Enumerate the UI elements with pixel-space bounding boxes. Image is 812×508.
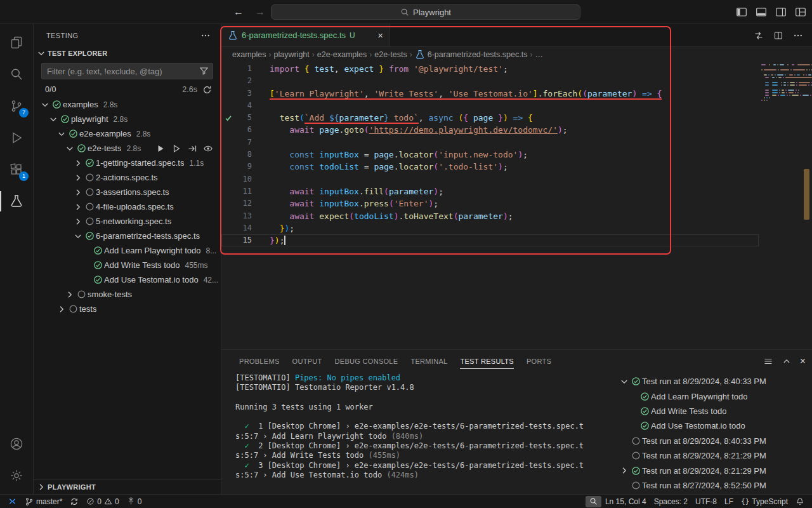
activity-item-explorer[interactable]	[0, 27, 33, 58]
test-explorer-section[interactable]: TEST EXPLORER	[34, 46, 221, 60]
remote-indicator[interactable]	[4, 495, 21, 508]
code-line-6[interactable]: 6 await page.goto('https://demo.playwrig…	[221, 124, 759, 136]
encoding-status[interactable]: UTF-8	[691, 495, 721, 508]
chevron-down-icon[interactable]	[40, 100, 50, 110]
test-tree-item[interactable]: 1-getting-started.spec.ts1.1s	[34, 156, 221, 170]
panel-tab-terminal[interactable]: TERMINAL	[404, 350, 454, 372]
tab-6-parametrized-tests[interactable]: 6-parametrized-tests.spec.ts U ×	[221, 24, 390, 46]
chevron-down-icon[interactable]	[48, 114, 58, 124]
test-tree-item[interactable]: Add Write Tests todo455ms	[34, 258, 221, 272]
panel-tab-test-results[interactable]: TEST RESULTS	[454, 350, 520, 372]
test-result-item[interactable]: Add Learn Playwright todo	[614, 389, 812, 403]
test-tree-item[interactable]: 5-networking.spec.ts	[34, 214, 221, 229]
code-line-10[interactable]: 10	[221, 173, 759, 185]
problems-status[interactable]: 0 0	[82, 495, 122, 508]
chevron-right-icon[interactable]	[73, 158, 83, 168]
chevron-right-icon[interactable]	[73, 217, 83, 227]
activity-item-run-and-debug[interactable]	[0, 122, 33, 154]
test-result-item[interactable]: Test run at 8/29/2024, 8:21:29 PM	[614, 463, 812, 478]
test-tree-item[interactable]: examples2.8s	[34, 97, 221, 112]
notifications-button[interactable]	[792, 495, 808, 508]
goto-test-icon[interactable]	[187, 144, 197, 154]
code-line-9[interactable]: 9 const todoList = page.locator('.todo-l…	[221, 161, 759, 173]
filter-icon[interactable]	[199, 66, 209, 76]
output-actions-icon[interactable]	[763, 356, 773, 366]
sync-changes-button[interactable]	[66, 495, 82, 508]
chevron-down-icon[interactable]	[73, 231, 83, 241]
watch-test-icon[interactable]	[203, 144, 213, 154]
test-result-item[interactable]: Test run at 8/27/2024, 8:52:50 PM	[614, 478, 812, 493]
code-line-15[interactable]: 15});	[221, 234, 759, 246]
minimap[interactable]	[760, 64, 801, 102]
test-tree-item[interactable]: 2-actions.spec.ts	[34, 170, 221, 185]
code-line-1[interactable]: 1import { test, expect } from '@playwrig…	[221, 63, 759, 75]
code-line-2[interactable]: 2	[221, 75, 759, 87]
refresh-tests-icon[interactable]	[202, 85, 212, 95]
code-line-4[interactable]: 4	[221, 100, 759, 112]
test-tree-item[interactable]: 4-file-uploads.spec.ts	[34, 199, 221, 214]
activity-item-testing[interactable]	[0, 185, 33, 217]
activity-item-extensions[interactable]: 1	[0, 154, 33, 185]
code-line-14[interactable]: 14 });	[221, 222, 759, 234]
cursor-position[interactable]: Ln 15, Col 4	[601, 495, 650, 508]
code-line-12[interactable]: 12 await inputBox.press('Enter');	[221, 197, 759, 210]
test-tree-item[interactable]: 3-assertions.spec.ts	[34, 185, 221, 199]
breadcrumb-item[interactable]: e2e-examples	[317, 50, 367, 59]
activity-item-search[interactable]	[0, 58, 33, 90]
playwright-section[interactable]: PLAYWRIGHT	[34, 479, 221, 494]
test-tree-item[interactable]: smoke-tests	[34, 287, 221, 302]
chevron-right-icon[interactable]	[65, 290, 75, 300]
activity-item-accounts[interactable]	[0, 428, 33, 460]
code-line-11[interactable]: 11 await inputBox.fill(parameter);	[221, 185, 759, 197]
panel-tab-output[interactable]: OUTPUT	[286, 350, 329, 372]
test-tree-item[interactable]: 6-parametrized-tests.spec.ts	[34, 229, 221, 243]
code-line-5[interactable]: 5 test(`Add ${parameter} todo`, async ({…	[221, 112, 759, 124]
indentation-status[interactable]: Spaces: 2	[650, 495, 691, 508]
search-editor-button[interactable]	[586, 496, 601, 507]
filter-input[interactable]	[41, 63, 213, 79]
test-result-item[interactable]: Add Use Testomat.io todo	[614, 418, 812, 433]
language-status[interactable]: {} TypeScript	[737, 495, 792, 508]
panel-tab-debug-console[interactable]: DEBUG CONSOLE	[329, 350, 405, 372]
test-tree-item[interactable]: e2e-tests2.8s	[34, 141, 221, 156]
command-center-search[interactable]: Playwright	[271, 4, 580, 20]
run-test-icon[interactable]	[155, 144, 166, 154]
maximize-panel-icon[interactable]	[782, 356, 792, 366]
code-line-7[interactable]: 7	[221, 137, 759, 149]
chevron-down-icon[interactable]	[619, 377, 629, 387]
breadcrumb-item[interactable]: e2e-tests	[374, 50, 407, 59]
toggle-sidebar-icon[interactable]	[735, 6, 748, 18]
forward-icon[interactable]: →	[255, 6, 265, 18]
chevron-right-icon[interactable]	[73, 187, 83, 197]
git-branch-status[interactable]: master*	[21, 495, 66, 508]
ports-status[interactable]: 0	[123, 495, 146, 508]
test-result-item[interactable]: Test run at 8/29/2024, 8:21:29 PM	[614, 448, 812, 463]
gutter-test-pass-icon[interactable]	[221, 112, 235, 124]
test-tree-item[interactable]: playwright2.8s	[34, 112, 221, 126]
more-actions-icon[interactable]	[200, 30, 211, 41]
code-line-3[interactable]: 3['Learn Playwright', 'Write Tests', 'Us…	[221, 88, 759, 100]
activity-item-manage[interactable]	[0, 460, 33, 491]
toggle-panel-icon[interactable]	[755, 6, 768, 18]
back-icon[interactable]: ←	[233, 6, 244, 18]
debug-test-icon[interactable]	[171, 144, 181, 154]
split-editor-icon[interactable]	[773, 30, 783, 41]
eol-status[interactable]: LF	[721, 495, 737, 508]
close-panel-icon[interactable]: ×	[800, 356, 806, 366]
test-tree-item[interactable]: tests	[34, 302, 221, 316]
test-result-item[interactable]: Test run at 8/29/2024, 8:40:33 PM	[614, 434, 812, 448]
breadcrumb-item[interactable]: …	[535, 50, 543, 59]
close-tab-icon[interactable]: ×	[377, 30, 383, 40]
breadcrumb-item[interactable]: 6-parametrized-tests.spec.ts	[415, 50, 528, 60]
test-tree-item[interactable]: e2e-examples2.8s	[34, 126, 221, 141]
panel-tab-ports[interactable]: PORTS	[520, 350, 558, 372]
compare-changes-icon[interactable]	[754, 30, 764, 41]
chevron-down-icon[interactable]	[65, 144, 75, 154]
chevron-right-icon[interactable]	[73, 202, 83, 212]
activity-item-source-control[interactable]: 7	[0, 90, 33, 122]
customize-layout-icon[interactable]	[794, 6, 807, 18]
test-result-item[interactable]: Add Write Tests todo	[614, 404, 812, 418]
toggle-secondary-sidebar-icon[interactable]	[775, 6, 787, 18]
test-tree-item[interactable]: Add Learn Playwright todo8...	[34, 243, 221, 258]
chevron-down-icon[interactable]	[56, 129, 67, 139]
